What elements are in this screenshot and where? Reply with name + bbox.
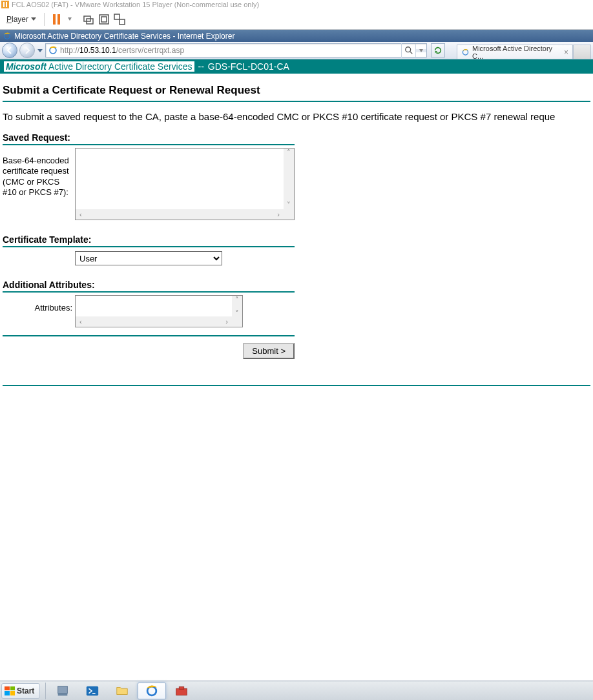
search-button[interactable] (402, 44, 416, 57)
tab-active[interactable]: Microsoft Active Directory C... × (457, 45, 573, 59)
address-bar[interactable]: http://10.53.10.1/certsrv/certrqxt.asp (45, 43, 427, 57)
pause-button[interactable] (50, 14, 63, 25)
refresh-icon (433, 46, 442, 55)
ie-titlebar: Microsoft Active Directory Certificate S… (0, 30, 593, 42)
svg-rect-4 (114, 14, 120, 19)
page-body: Microsoft Active Directory Certificate S… (0, 59, 593, 390)
fullscreen-button[interactable] (98, 14, 110, 25)
svg-rect-3 (101, 17, 107, 22)
cert-template-select[interactable]: User (75, 251, 222, 265)
bottom-rule (3, 385, 590, 386)
saved-request-label: Base-64-encoded certificate request (CMC… (3, 148, 75, 198)
vmware-title-text: FCL AOS02 (FAT) - VMware Workstation 15 … (12, 1, 259, 8)
svg-point-8 (405, 47, 410, 52)
separator (44, 13, 45, 26)
submit-button[interactable]: Submit > (243, 343, 295, 359)
chevron-down-icon (37, 49, 43, 52)
nav-history-dropdown[interactable] (37, 49, 43, 52)
forward-button[interactable] (19, 43, 35, 58)
player-menu-label: layer (12, 15, 28, 24)
unity-button[interactable] (113, 14, 126, 25)
scroll-up-icon: ˄ (287, 149, 291, 157)
brand-ms: Microsoft (4, 61, 48, 72)
additional-attributes-header: Additional Attributes: (3, 280, 295, 293)
back-button[interactable] (2, 43, 17, 58)
header-sep: -- (198, 61, 204, 72)
svg-rect-2 (99, 15, 109, 24)
scroll-left-icon: ‹ (79, 211, 82, 218)
horizontal-scrollbar[interactable]: ‹ › (76, 316, 232, 327)
horizontal-scrollbar[interactable]: ‹ › (76, 209, 284, 220)
refresh-button[interactable] (431, 43, 445, 57)
scroll-right-icon: › (225, 318, 228, 325)
page-title: Submit a Certificate Request or Renewal … (3, 84, 590, 102)
ie-title-text: Microsoft Active Directory Certificate S… (14, 32, 234, 41)
search-zone (401, 43, 426, 57)
svg-rect-5 (120, 19, 125, 25)
unity-icon (113, 13, 126, 26)
saved-request-textarea-wrap: ˄ ˅ ‹ › (75, 148, 295, 220)
search-provider-dropdown[interactable] (416, 49, 426, 52)
chevron-down-icon (419, 49, 423, 52)
svg-point-10 (463, 49, 468, 54)
ie-navbar: http://10.53.10.1/certsrv/certrqxt.asp M… (0, 42, 593, 59)
instruction-text: To submit a saved request to the CA, pas… (3, 111, 590, 122)
vertical-scrollbar[interactable]: ˄ ˅ (232, 296, 242, 318)
brand-rest: Active Directory Certificate Services (48, 61, 194, 72)
ie-icon (3, 32, 12, 41)
ie-page-icon (48, 45, 58, 56)
scroll-down-icon: ˅ (287, 201, 291, 209)
scrollbar-corner (232, 316, 242, 327)
ca-name: GDS-FCL-DC01-CA (208, 61, 289, 72)
arrow-left-icon (6, 46, 14, 54)
scroll-up-icon: ˄ (235, 296, 239, 304)
vmware-titlebar: FCL AOS02 (FAT) - VMware Workstation 15 … (0, 0, 593, 9)
svg-line-9 (410, 52, 412, 54)
arrow-right-icon (23, 46, 31, 54)
cert-template-header: Certificate Template: (3, 234, 295, 247)
chevron-down-icon (31, 17, 36, 21)
ie-tab-icon (461, 48, 470, 57)
saved-request-textarea[interactable] (76, 149, 285, 209)
send-cad-button[interactable] (82, 14, 95, 25)
vertical-scrollbar[interactable]: ˄ ˅ (284, 149, 294, 209)
url-scheme: http:// (60, 46, 79, 55)
tab-label: Microsoft Active Directory C... (472, 45, 559, 60)
scrollbar-corner (284, 209, 294, 220)
search-icon (404, 46, 413, 55)
submit-row: Submit > (3, 335, 295, 359)
vmware-icon (1, 1, 9, 8)
tab-close-button[interactable]: × (564, 48, 568, 57)
scroll-right-icon: › (277, 211, 280, 218)
svg-point-6 (5, 33, 10, 39)
service-header: Microsoft Active Directory Certificate S… (0, 59, 593, 74)
url-path: /certsrv/certrqxt.asp (116, 46, 184, 55)
svg-point-7 (50, 47, 56, 54)
player-menu[interactable]: Player (4, 14, 39, 25)
vmware-toolbar: Player (0, 9, 593, 30)
attributes-textarea[interactable] (76, 296, 233, 318)
scroll-left-icon: ‹ (79, 318, 82, 325)
attributes-textarea-wrap: ˄ ˅ ‹ › (75, 295, 243, 327)
chevron-down-icon[interactable] (68, 17, 72, 21)
new-tab-button[interactable] (573, 45, 591, 59)
url-host: 10.53.10.1 (79, 46, 116, 55)
send-cad-icon (82, 13, 95, 26)
attributes-label: Attributes: (3, 295, 75, 313)
fullscreen-icon (98, 13, 110, 26)
saved-request-header: Saved Request: (3, 132, 295, 145)
tab-strip: Microsoft Active Directory C... × (457, 42, 591, 59)
pause-icon (51, 13, 62, 26)
